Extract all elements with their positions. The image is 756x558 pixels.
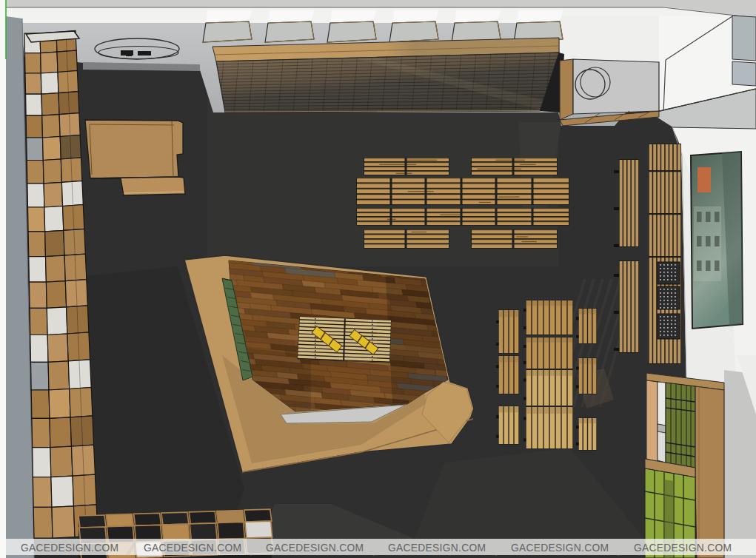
svg-text:GACEDESIGN.COM: GACEDESIGN.COM: [634, 542, 732, 554]
svg-text:GACEDESIGN.COM: GACEDESIGN.COM: [144, 542, 241, 554]
svg-text:GACEDESIGN.COM: GACEDESIGN.COM: [388, 542, 486, 554]
svg-text:GACEDESIGN.COM: GACEDESIGN.COM: [266, 542, 364, 554]
svg-text:GACEDESIGN.COM: GACEDESIGN.COM: [511, 542, 609, 554]
svg-text:GACEDESIGN.COM: GACEDESIGN.COM: [21, 542, 118, 554]
